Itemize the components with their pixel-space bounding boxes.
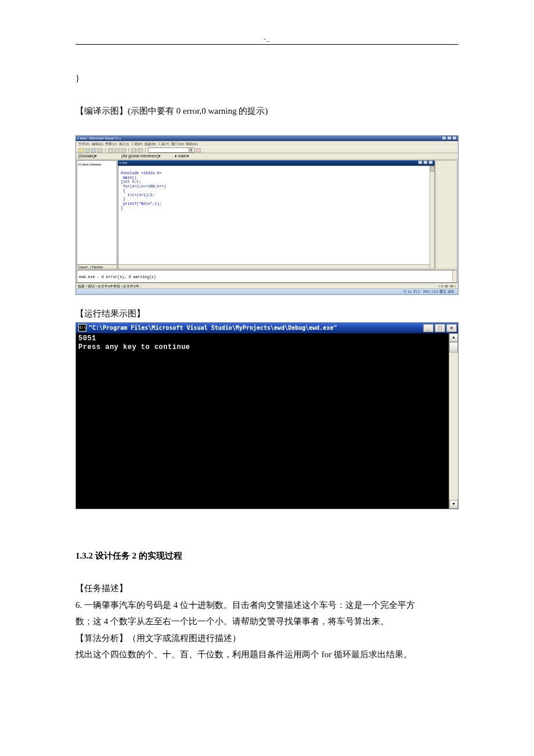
console-screenshot: "C:\Program Files\Microsoft Visual Studi… bbox=[75, 322, 459, 509]
console-output: 5051 Press any key to continue bbox=[76, 333, 449, 509]
task-line-2: 数；这 4 个数字从左至右一个比一个小。请帮助交警寻找肇事者，将车号算出来。 bbox=[75, 613, 459, 630]
page-header-rule: -_ bbox=[75, 37, 459, 48]
compile-heading: 【编译示图】(示图中要有 0 error,0 warning 的提示) bbox=[75, 103, 459, 120]
code-line: { bbox=[121, 189, 125, 193]
editor-tab: c w.c bbox=[120, 160, 127, 165]
combo-main: ♦ main▾ bbox=[175, 154, 210, 159]
editor-scroll-h bbox=[118, 264, 430, 269]
algo-line: 找出这个四位数的个、十、百、千位数，利用题目条件运用两个 for 循环最后求出结… bbox=[75, 646, 459, 663]
status-mode: REC COL 覆盖 读取 bbox=[423, 289, 454, 294]
combo-globals: (Globals)▾ bbox=[78, 154, 120, 159]
code-line: } bbox=[121, 197, 125, 201]
code-line: t=t+(n+1)/2; bbox=[121, 193, 155, 197]
run-heading: 【运行结果示图】 bbox=[75, 305, 459, 322]
editor-scroll-v bbox=[430, 166, 434, 269]
console-line: Press any key to continue bbox=[78, 343, 190, 351]
ide-screenshot: c ewd - Microsoft Visual C++ 文件(F) 编辑(E)… bbox=[75, 135, 459, 295]
section-number: 1.3.2 设计任务 2 的实现过程 bbox=[75, 548, 459, 564]
editor-window-controls bbox=[418, 160, 433, 165]
console-scrollbar: ▲ ▼ bbox=[449, 333, 458, 509]
tree-tabs: ClassV... | FileView bbox=[77, 264, 117, 269]
code-line: #include <stdio.h> bbox=[121, 171, 161, 175]
scroll-down-icon: ▼ bbox=[449, 500, 458, 509]
code-line: } bbox=[121, 206, 123, 210]
find-nav: < 0 bbox=[438, 283, 443, 289]
code-line: printf("%d\n",t); bbox=[121, 202, 161, 206]
ide-toolbar-1: ▾ bbox=[76, 147, 458, 153]
console-icon bbox=[78, 324, 86, 332]
header-dash: -_ bbox=[262, 35, 272, 42]
combo-members: (All global members)▾ bbox=[121, 154, 174, 159]
console-window-controls: _ □ × bbox=[423, 324, 457, 332]
console-titlebar: "C:\Program Files\Microsoft Visual Studi… bbox=[76, 323, 458, 333]
find-nav: 00 > bbox=[450, 283, 456, 289]
output-line: ewd.exe - 0 error(s), 0 warning(s) bbox=[79, 275, 156, 279]
find-nav: 00 bbox=[445, 283, 448, 289]
ide-output-pane: ewd.exe - 0 error(s), 0 warning(s) bbox=[77, 270, 457, 283]
task-label: 【任务描述】 bbox=[75, 580, 459, 597]
code-line: for(n=1;n<=100;n++) bbox=[121, 185, 166, 189]
ide-class-view: ⊟ ewd classes ClassV... | FileView bbox=[77, 160, 117, 269]
closing-brace: } bbox=[75, 70, 459, 87]
maximize-icon: □ bbox=[435, 324, 445, 332]
close-icon: × bbox=[446, 324, 457, 332]
ide-output-tabs: 组建 / 调试 \ 在文件1中查找 \ 在文件2中... < 0 00 00 > bbox=[76, 283, 458, 289]
minimize-icon: _ bbox=[423, 324, 434, 332]
code-line: main() bbox=[121, 176, 136, 180]
algo-label: 【算法分析】（用文字或流程图进行描述） bbox=[75, 630, 459, 647]
toolbar-combo: ▾ bbox=[148, 147, 194, 153]
ide-menubar: 文件(F) 编辑(E) 查看(V) 插入(I) 工程(P) 组建(B) 工具(T… bbox=[76, 141, 458, 147]
task-line-1: 6. 一辆肇事汽车的号码是 4 位十进制数。目击者向交警描述这个车号：这是一个完… bbox=[75, 597, 459, 614]
code-line: {int n,t; bbox=[121, 180, 141, 184]
ide-editor-titlebar: c w.c bbox=[118, 160, 435, 165]
ide-statusbar: 行 11, 列 2 REC COL 覆盖 读取 bbox=[76, 289, 458, 294]
scroll-thumb bbox=[449, 342, 458, 352]
ide-toolbar-2: (Globals)▾ (All global members)▾ ♦ main▾ bbox=[76, 153, 458, 160]
ide-right-dock bbox=[435, 160, 457, 269]
ide-code-editor: #include <stdio.h> main() {int n,t; for(… bbox=[118, 165, 435, 269]
console-line: 5051 bbox=[78, 334, 96, 343]
status-pos: 行 11, 列 2 bbox=[403, 289, 420, 294]
scroll-up-icon: ▲ bbox=[449, 333, 458, 342]
ide-title: c ewd - Microsoft Visual C++ bbox=[77, 136, 121, 141]
console-title-text: "C:\Program Files\Microsoft Visual Studi… bbox=[89, 325, 337, 331]
ide-titlebar: c ewd - Microsoft Visual C++ bbox=[76, 136, 458, 141]
tree-root: ⊟ ewd classes bbox=[78, 162, 116, 166]
window-controls bbox=[442, 136, 457, 141]
